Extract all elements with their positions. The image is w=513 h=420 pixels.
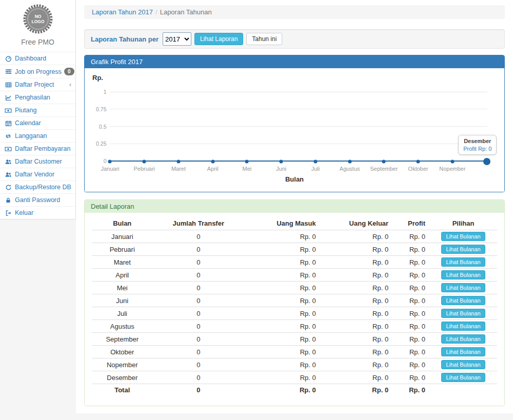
chart-point-april[interactable] <box>211 160 214 164</box>
sidebar-item-label: Dashboard <box>15 55 46 62</box>
tahun-ini-button[interactable]: Tahun ini <box>246 33 282 45</box>
dashboard-icon <box>4 55 12 62</box>
y-tick-label: 0.25 <box>85 141 107 147</box>
breadcrumb-current: Laporan Tahunan <box>160 8 212 16</box>
x-tick-label: Maret <box>171 166 186 172</box>
profit-chart: Rp. Bulan 10.750.50.250JanuariPebruariMa… <box>85 68 504 192</box>
cell-uang-keluar: Rp. 0 <box>320 346 392 358</box>
sidebar-item-langganan[interactable]: Langganan <box>0 129 75 142</box>
column-header-profit: Profit <box>392 217 429 230</box>
cell-uang-masuk: Rp. 0 <box>244 346 320 358</box>
chart-x-axis-title: Bulan <box>85 175 504 183</box>
cell-uang-keluar: Rp. 0 <box>320 333 392 346</box>
detail-table: BulanJumlah TransferUang MasukUang Kelua… <box>92 217 497 396</box>
sidebar-item-daftar-vendor[interactable]: Daftar Vendor <box>0 168 75 181</box>
table-row-pebruari: Pebruari0Rp. 0Rp. 0Rp. 0Lihat Bulanan <box>92 243 497 256</box>
sidebar-item-backup-restore-db[interactable]: Backup/Restore DB <box>0 181 75 193</box>
money-icon <box>4 107 12 114</box>
x-tick-label: Juli <box>311 166 320 172</box>
x-tick-label: Agustus <box>340 166 360 172</box>
gridline <box>110 109 487 109</box>
column-header-uang-masuk: Uang Masuk <box>244 217 320 230</box>
y-tick-label: 1 <box>85 89 107 95</box>
column-header-pilihan: Pilihan <box>429 217 497 230</box>
app-window: NO LOGO Free PMO DashboardJob on Progres… <box>0 0 513 413</box>
lock-icon <box>4 197 12 204</box>
sidebar-item-job-on-progress[interactable]: Job on Progress0 <box>0 65 75 78</box>
cell-jumlah-transfer: 0 <box>153 333 245 346</box>
lihat-bulanan-button[interactable]: Lihat Bulanan <box>441 232 485 241</box>
sidebar-item-label: Penghasilan <box>15 94 50 101</box>
sidebar-item-ganti-password[interactable]: Ganti Password <box>0 193 75 206</box>
cell-bulan: Juli <box>92 307 153 320</box>
table-row-april: April0Rp. 0Rp. 0Rp. 0Lihat Bulanan <box>92 269 497 282</box>
sidebar-item-daftar-pembayaran[interactable]: Daftar Pembayaran <box>0 142 75 155</box>
chart-point-januari[interactable] <box>108 160 112 164</box>
sidebar-item-keluar[interactable]: Keluar <box>0 206 75 219</box>
chart-point-juli[interactable] <box>313 160 317 164</box>
chart-point-agustus[interactable] <box>348 160 351 164</box>
gridline <box>110 92 487 92</box>
lihat-bulanan-button[interactable]: Lihat Bulanan <box>441 296 485 305</box>
x-tick-label: Juni <box>276 166 286 172</box>
chart-point-mei[interactable] <box>245 160 249 164</box>
cell-profit: Rp. 0 <box>392 320 429 333</box>
table-body: Januari0Rp. 0Rp. 0Rp. 0Lihat BulananPebr… <box>92 230 497 396</box>
sidebar-item-label: Job on Progress <box>15 68 62 75</box>
sidebar-item-calendar[interactable]: Calendar <box>0 116 75 129</box>
y-tick-label: 0.75 <box>85 106 107 112</box>
sidebar-menu: DashboardJob on Progress0Daftar Project‹… <box>0 52 75 219</box>
chart-point-maret[interactable] <box>176 160 180 164</box>
lihat-bulanan-button[interactable]: Lihat Bulanan <box>441 347 485 356</box>
sidebar-item-label: Daftar Pembayaran <box>15 145 70 152</box>
chart-point-oktober[interactable] <box>417 160 420 164</box>
sidebar-item-penghasilan[interactable]: Penghasilan <box>0 91 75 104</box>
x-tick-label: Pebruari <box>133 166 155 172</box>
breadcrumb-link-laporan-tahun[interactable]: Laporan Tahun 2017 <box>92 8 153 16</box>
lihat-bulanan-button[interactable]: Lihat Bulanan <box>441 360 485 369</box>
cell-bulan: Nopember <box>92 358 153 371</box>
cell-bulan: Desember <box>92 371 153 384</box>
cell-profit: Rp. 0 <box>392 243 429 256</box>
lihat-bulanan-button[interactable]: Lihat Bulanan <box>441 270 485 279</box>
total-jumlah-transfer: 0 <box>153 384 245 396</box>
cell-uang-keluar: Rp. 0 <box>320 294 392 307</box>
cell-jumlah-transfer: 0 <box>153 294 245 307</box>
lihat-bulanan-button[interactable]: Lihat Bulanan <box>441 334 485 344</box>
cell-uang-masuk: Rp. 0 <box>244 230 320 243</box>
cell-uang-keluar: Rp. 0 <box>320 307 392 320</box>
sidebar-item-daftar-customer[interactable]: Daftar Customer <box>0 155 75 168</box>
cell-jumlah-transfer: 0 <box>153 320 245 333</box>
svg-text:LOGO: LOGO <box>31 19 44 24</box>
column-header-jumlah-transfer: Jumlah Transfer <box>153 217 245 230</box>
cell-bulan: Januari <box>92 230 153 243</box>
line-chart-icon <box>4 94 12 101</box>
sidebar-item-dashboard[interactable]: Dashboard <box>0 52 75 65</box>
table-row-agustus: Agustus0Rp. 0Rp. 0Rp. 0Lihat Bulanan <box>92 320 497 333</box>
table-row-januari: Januari0Rp. 0Rp. 0Rp. 0Lihat Bulanan <box>92 230 497 243</box>
sidebar-item-label: Calendar <box>15 119 41 127</box>
lihat-bulanan-button[interactable]: Lihat Bulanan <box>441 257 485 267</box>
lihat-bulanan-button[interactable]: Lihat Bulanan <box>441 322 485 331</box>
cell-uang-keluar: Rp. 0 <box>320 256 392 269</box>
profit-chart-panel: Grafik Profit 2017 Rp. Bulan 10.750.50.2… <box>84 55 505 192</box>
page-footer: Powered by Free PMO, and developed with … <box>0 413 513 420</box>
lihat-bulanan-button[interactable]: Lihat Bulanan <box>441 283 485 292</box>
lihat-bulanan-button[interactable]: Lihat Bulanan <box>441 373 485 382</box>
chart-point-juni[interactable] <box>280 160 283 164</box>
cell-jumlah-transfer: 0 <box>153 282 245 294</box>
lihat-laporan-button[interactable]: Lihat Laporan <box>194 33 243 45</box>
sidebar-item-piutang[interactable]: Piutang <box>0 104 75 116</box>
tooltip-title: Desember <box>463 138 491 144</box>
chart-point-pebruari[interactable] <box>143 160 146 164</box>
cell-bulan: September <box>92 333 153 346</box>
lihat-bulanan-button[interactable]: Lihat Bulanan <box>441 309 485 318</box>
chart-point-nopember[interactable] <box>450 160 454 164</box>
sidebar-item-daftar-project[interactable]: Daftar Project‹ <box>0 78 75 91</box>
chart-point-september[interactable] <box>382 160 386 164</box>
lihat-bulanan-button[interactable]: Lihat Bulanan <box>441 245 485 254</box>
chart-point-desember[interactable] <box>483 158 490 165</box>
table-row-mei: Mei0Rp. 0Rp. 0Rp. 0Lihat Bulanan <box>92 282 497 294</box>
year-select[interactable]: 2017 <box>163 32 191 46</box>
cell-uang-keluar: Rp. 0 <box>320 243 392 256</box>
